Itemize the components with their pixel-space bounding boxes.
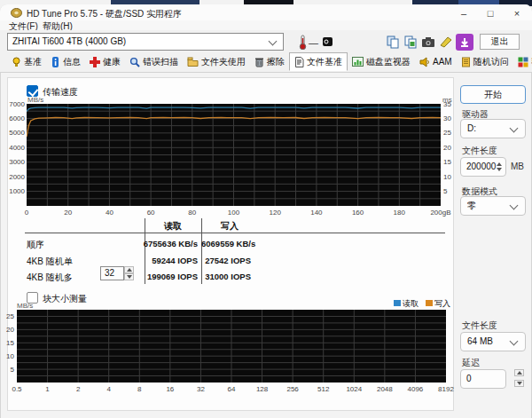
random-access-icon bbox=[461, 57, 471, 67]
file-length-unit: MB bbox=[511, 162, 524, 171]
table-divider bbox=[25, 233, 445, 233]
delay-down-button[interactable] bbox=[514, 380, 524, 387]
chevron-down-icon bbox=[269, 37, 278, 46]
read-swatch-icon bbox=[394, 300, 401, 306]
sequential-read-value: 6755636 KB/s bbox=[142, 239, 198, 248]
chart1-y-unit-left: MB/s bbox=[27, 96, 43, 104]
file-benchmark-icon bbox=[294, 57, 304, 67]
queue-depth-up-button[interactable] bbox=[124, 266, 134, 273]
4kb-multi-write-value: 31000 IOPS bbox=[201, 272, 251, 281]
queue-depth-down-button[interactable] bbox=[124, 273, 134, 280]
block-size-chart bbox=[17, 310, 446, 383]
file-length-label: 文件长度 bbox=[462, 145, 497, 157]
file-length2-select[interactable]: 64 MB bbox=[460, 332, 526, 351]
file-length-spin-buttons[interactable] bbox=[494, 159, 505, 175]
legend-write: 写入 bbox=[426, 298, 450, 310]
delay-label: 延迟 bbox=[462, 357, 480, 369]
chevron-down-icon bbox=[510, 201, 519, 210]
title-bar: HD Tune Pro 5.75 - 硬盘/SSD 实用程序 – □ × bbox=[0, 4, 532, 20]
4kb-single-read-value: 59244 IOPS bbox=[142, 256, 198, 265]
tab-folder-usage[interactable]: 文件夹使用 bbox=[183, 52, 250, 71]
tab-file-benchmark[interactable]: 文件基准 bbox=[289, 52, 348, 71]
sequential-write-value: 6069559 KB/s bbox=[201, 239, 251, 248]
col-header-write: 写入 bbox=[201, 220, 258, 233]
exit-button[interactable]: 退出 bbox=[480, 34, 520, 50]
4kb-multi-read-value: 199069 IOPS bbox=[142, 272, 198, 281]
write-swatch-icon bbox=[426, 300, 433, 306]
queue-depth-stepper[interactable]: 32 bbox=[100, 266, 124, 280]
tab-bar: 基准 信息 健康 错误扫描 文件夹使用 擦除 文件基准 磁盘监视器 AAM bbox=[0, 51, 532, 73]
info-icon bbox=[51, 57, 60, 67]
download-update-icon[interactable] bbox=[456, 34, 473, 51]
4kb-single-write-value: 27542 IOPS bbox=[201, 256, 251, 265]
tab-error-scan[interactable]: 错误扫描 bbox=[125, 52, 183, 71]
chart1-y-unit-right: ms bbox=[442, 96, 452, 104]
tab-disk-monitor[interactable]: 磁盘监视器 bbox=[348, 52, 415, 71]
row-sequential-label: 顺序 bbox=[27, 239, 44, 251]
chart2-legend: 读取 写入 bbox=[337, 298, 450, 310]
chart2-y-unit: MB/s bbox=[17, 302, 33, 310]
block-size-label: 块大小测量 bbox=[43, 293, 87, 305]
erase-icon bbox=[254, 57, 264, 67]
benchmark-icon bbox=[12, 57, 21, 67]
folder-usage-icon bbox=[187, 57, 199, 67]
chevron-down-icon bbox=[510, 337, 519, 346]
device-select-value: ZHITAI Ti600 4TB (4000 GB) bbox=[12, 36, 126, 46]
temperature-unit-icon[interactable] bbox=[319, 34, 335, 50]
row-4kb-single-label: 4KB 随机单 bbox=[27, 256, 73, 268]
row-4kb-multi-label: 4KB 随机多 bbox=[27, 272, 73, 284]
chevron-down-icon bbox=[510, 124, 519, 133]
app-icon bbox=[11, 8, 22, 18]
extra-tests-icon bbox=[518, 57, 528, 67]
delay-up-button[interactable] bbox=[514, 369, 524, 376]
drive-select[interactable]: D: bbox=[460, 119, 526, 138]
file-length2-label: 文件长度 bbox=[462, 319, 497, 332]
close-button[interactable]: × bbox=[504, 7, 530, 21]
minimize-button[interactable]: – bbox=[450, 7, 477, 21]
tab-info[interactable]: 信息 bbox=[46, 52, 85, 71]
legend-read: 读取 bbox=[394, 298, 419, 310]
aam-icon bbox=[419, 57, 430, 67]
tab-extra-tests[interactable]: 额外测试 bbox=[513, 52, 532, 71]
health-icon bbox=[90, 57, 100, 67]
temperature-value: — bbox=[309, 37, 318, 48]
delay-stepper[interactable]: 0 bbox=[460, 369, 506, 389]
tab-erase[interactable]: 擦除 bbox=[250, 52, 289, 71]
window-title: HD Tune Pro 5.75 - 硬盘/SSD 实用程序 bbox=[27, 8, 182, 20]
copy-image-icon[interactable] bbox=[403, 34, 419, 50]
transfer-speed-label: 传输速度 bbox=[43, 86, 78, 99]
copy-text-icon[interactable] bbox=[385, 34, 401, 50]
col-header-read: 读取 bbox=[145, 220, 201, 233]
error-scan-icon bbox=[129, 57, 140, 67]
data-pattern-select[interactable]: 零 bbox=[460, 196, 526, 216]
device-select[interactable]: ZHITAI Ti600 4TB (4000 GB) bbox=[7, 33, 284, 51]
tab-benchmark[interactable]: 基准 bbox=[7, 52, 46, 71]
disk-monitor-icon bbox=[352, 57, 364, 67]
notes-icon[interactable] bbox=[438, 34, 454, 50]
tab-aam[interactable]: AAM bbox=[415, 52, 457, 71]
tab-random-access[interactable]: 随机访问 bbox=[457, 52, 513, 71]
tab-health[interactable]: 健康 bbox=[85, 52, 125, 71]
maximize-button[interactable]: □ bbox=[477, 7, 504, 21]
screenshot-camera-icon[interactable] bbox=[420, 34, 436, 50]
transfer-speed-chart bbox=[27, 104, 441, 206]
start-button[interactable]: 开始 bbox=[460, 85, 526, 104]
